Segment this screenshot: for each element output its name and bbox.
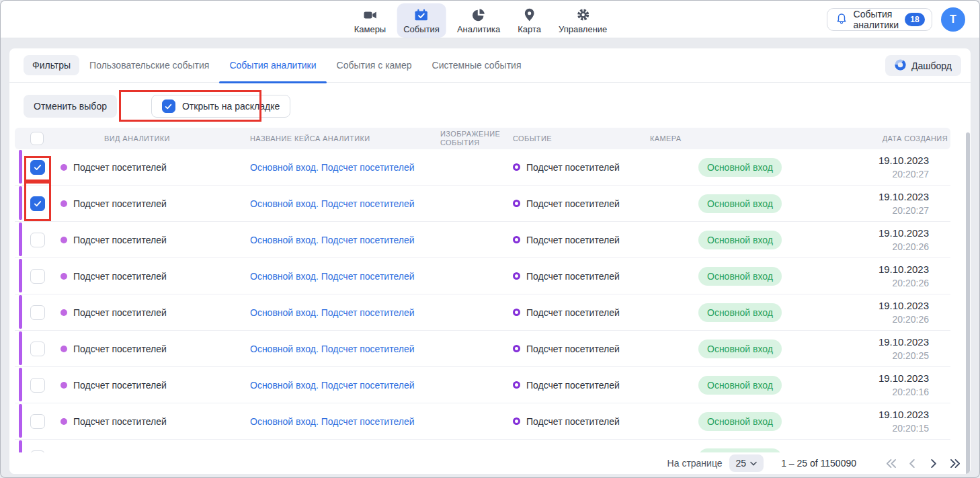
nav-item-analytics[interactable]: Аналитика — [450, 3, 507, 38]
camera-badge[interactable]: Основной вход — [698, 340, 782, 358]
time-value: 20:20:27 — [867, 167, 929, 181]
tab-user-events[interactable]: Пользовательские события — [79, 48, 219, 83]
camera-badge[interactable]: Основной вход — [698, 194, 782, 213]
analytics-type-label: Подсчет посетителей — [73, 344, 167, 354]
nav-item-label: Аналитика — [457, 24, 500, 34]
case-link[interactable]: Основной вход. Подсчет посетителей — [250, 235, 415, 245]
open-on-layout-button[interactable]: Открыть на раскладке — [151, 95, 290, 118]
analytics-type-dot-icon — [60, 418, 67, 425]
nav-item-events[interactable]: События — [397, 3, 446, 38]
top-bar: Камеры События Аналитика Карта — [1, 1, 979, 38]
open-on-layout-checkbox[interactable] — [162, 99, 175, 113]
row-checkbox[interactable] — [30, 378, 45, 393]
camera-badge[interactable]: Основной вход — [698, 303, 782, 322]
date-value: 19.10.2023 — [867, 190, 929, 204]
pie-chart-icon — [471, 7, 486, 22]
actions-row: Отменить выбор Открыть на раскладке — [24, 95, 290, 118]
case-link[interactable]: Основной вход. Подсчет посетителей — [250, 162, 415, 173]
camera-badge[interactable]: Основной вход — [698, 376, 782, 395]
row-checkbox[interactable] — [30, 414, 45, 429]
dashboard-button[interactable]: Дашборд — [885, 55, 961, 76]
camera-badge[interactable]: Основной вход — [698, 267, 782, 286]
analytics-type-dot-icon — [60, 309, 67, 316]
table-row[interactable]: Подсчет посетителей Основной вход. Подсч… — [15, 149, 950, 186]
case-link[interactable]: Основной вход. Подсчет посетителей — [250, 380, 415, 391]
nav-item-map[interactable]: Карта — [511, 3, 548, 38]
nav-item-management[interactable]: Управление — [552, 3, 614, 38]
select-all-checkbox[interactable] — [30, 132, 44, 145]
tab-analytics-events[interactable]: События аналитики — [219, 48, 326, 83]
event-label: Подсчет посетителей — [526, 235, 620, 245]
gear-icon — [575, 7, 590, 22]
camera-badge[interactable]: Основной вход — [698, 231, 782, 249]
analytics-type-label: Подсчет посетителей — [73, 198, 167, 209]
double-chevron-left-icon — [885, 459, 897, 469]
date-value: 19.10.2023 — [867, 298, 929, 313]
table-row[interactable]: Подсчет посетителей Основной вход. Подсч… — [15, 222, 950, 258]
case-link[interactable]: Основной вход. Подсчет посетителей — [250, 271, 415, 282]
nav-item-label: Управление — [559, 24, 607, 34]
row-checkbox[interactable] — [30, 160, 45, 175]
analytics-events-notification-button[interactable]: События аналитики 18 — [827, 8, 932, 31]
row-checkbox[interactable] — [30, 196, 45, 211]
case-link[interactable]: Основной вход. Подсчет посетителей — [250, 344, 415, 354]
row-checkbox[interactable] — [30, 233, 45, 247]
table-row[interactable]: Подсчет посетителей Основной вход. Подсч… — [15, 331, 950, 367]
camera-badge[interactable]: Основной вход — [698, 412, 782, 431]
prev-page-button[interactable] — [905, 456, 920, 471]
event-ring-icon — [513, 163, 520, 171]
event-label: Подсчет посетителей — [526, 198, 620, 209]
row-checkbox[interactable] — [30, 269, 45, 284]
row-checkbox[interactable] — [30, 342, 45, 356]
open-on-layout-label: Открыть на раскладке — [182, 101, 280, 112]
analytics-type-dot-icon — [60, 237, 67, 243]
date-value: 19.10.2023 — [867, 226, 929, 240]
camera-icon — [362, 7, 377, 22]
table-row[interactable]: Подсчет посетителей Основной вход. Подсч… — [15, 294, 950, 331]
header-event: СОБЫТИЕ — [513, 134, 650, 143]
event-label: Подсчет посетителей — [526, 162, 620, 173]
case-link[interactable]: Основной вход. Подсчет посетителей — [250, 307, 415, 318]
table-row[interactable]: Подсчет посетителей Основной вход. Подсч… — [15, 403, 950, 440]
camera-badge[interactable]: Основной вход — [698, 158, 782, 177]
unread-indicator — [19, 259, 22, 292]
chevron-right-icon — [930, 459, 938, 469]
header-camera: КАМЕРА — [650, 134, 867, 143]
row-checkbox[interactable] — [30, 305, 45, 320]
avatar[interactable]: T — [941, 7, 965, 32]
next-page-button[interactable] — [926, 456, 941, 471]
event-ring-icon — [513, 417, 520, 425]
last-page-button[interactable] — [948, 456, 963, 471]
vertical-scrollbar[interactable] — [966, 132, 970, 474]
tab-system-events[interactable]: Системные события — [422, 48, 532, 83]
event-ring-icon — [513, 272, 520, 280]
table-row[interactable]: Подсчет посетителей Основной вход. Подсч… — [15, 258, 950, 294]
pagination-range: 1 – 25 of 1150090 — [781, 458, 856, 469]
table-body: Подсчет посетителей Основной вход. Подсч… — [15, 149, 950, 474]
analytics-type-label: Подсчет посетителей — [73, 380, 167, 391]
per-page-select[interactable]: 25 — [729, 454, 764, 472]
nav-item-cameras[interactable]: Камеры — [348, 3, 393, 38]
checkmark-icon — [33, 163, 42, 172]
table-row[interactable]: Подсчет посетителей Основной вход. Подсч… — [15, 367, 950, 403]
cancel-selection-button[interactable]: Отменить выбор — [24, 95, 117, 118]
case-link[interactable]: Основной вход. Подсчет посетителей — [250, 198, 415, 209]
tab-camera-events[interactable]: События с камер — [327, 48, 422, 83]
time-value: 20:20:16 — [867, 385, 929, 399]
analytics-type-dot-icon — [60, 346, 67, 352]
time-value: 20:20:27 — [867, 204, 929, 217]
filters-button[interactable]: Фильтры — [24, 55, 79, 75]
analytics-type-label: Подсчет посетителей — [73, 307, 167, 318]
unread-indicator — [19, 150, 22, 184]
case-link[interactable]: Основной вход. Подсчет посетителей — [250, 416, 415, 427]
notification-count-badge: 18 — [905, 13, 925, 26]
time-value: 20:20:26 — [867, 240, 929, 253]
nav-item-label: Камеры — [354, 24, 386, 34]
event-label: Подсчет посетителей — [526, 416, 620, 427]
table-row[interactable]: Подсчет посетителей Основной вход. Подсч… — [15, 186, 950, 222]
first-page-button[interactable] — [883, 456, 898, 471]
time-value: 20:20:26 — [867, 313, 929, 326]
analytics-type-label: Подсчет посетителей — [73, 416, 167, 427]
analytics-type-label: Подсчет посетителей — [73, 235, 167, 245]
event-ring-icon — [513, 345, 520, 352]
